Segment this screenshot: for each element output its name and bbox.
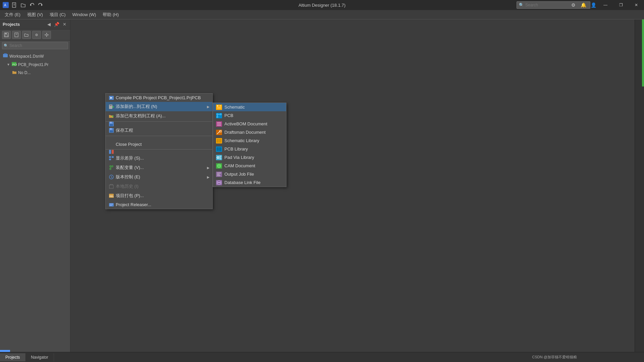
- user-icon[interactable]: 👤: [590, 1, 597, 9]
- tree-workspace[interactable]: Workspace1.DsnW: [0, 52, 70, 60]
- svg-point-85: [218, 157, 218, 158]
- open-file-icon[interactable]: [19, 1, 27, 9]
- ctx-sep3: [106, 149, 212, 149]
- scrollbar-indicator[interactable]: [0, 350, 10, 352]
- sub-activebom-label: ActiveBOM Document: [224, 121, 267, 126]
- maximize-button[interactable]: ❐: [613, 0, 629, 10]
- svg-rect-77: [218, 139, 220, 143]
- notifications-icon[interactable]: 🔔: [580, 1, 587, 9]
- right-area: Compile PCB Project PCB_Project1.PrjPCB …: [70, 19, 644, 352]
- sub-schematic-library[interactable]: Schematic Library: [213, 136, 286, 145]
- sub-pcb[interactable]: PCB: [213, 111, 286, 120]
- sub-output-job[interactable]: Output Job File: [213, 170, 286, 178]
- window-controls: — ❐ ✕: [598, 0, 644, 10]
- ctx-add-new[interactable]: 添加新的...到工程 (N) ▶: [106, 102, 212, 111]
- sub-cam-document-label: CAM Document: [224, 163, 255, 168]
- database-link-icon: [216, 180, 222, 186]
- tree-project[interactable]: ▼ PCB PCB_Project1.Pr: [0, 60, 70, 69]
- settings-toolbar-button[interactable]: [42, 31, 51, 39]
- add-existing-icon: [108, 113, 114, 119]
- ctx-browse-label: Close Project: [116, 142, 142, 147]
- save-toolbar-button[interactable]: [2, 31, 11, 39]
- ctx-project-releaser[interactable]: REL 项目打包 (P)...: [106, 191, 212, 200]
- settings-icon[interactable]: ⚙: [570, 1, 577, 9]
- panel-close-icon[interactable]: ✕: [62, 21, 67, 27]
- sub-schematic[interactable]: Schematic: [213, 103, 286, 111]
- svg-rect-55: [110, 204, 113, 204]
- svg-text:A: A: [4, 3, 6, 7]
- ctx-version-control[interactable]: 装配变量 (V)... ▶: [106, 163, 212, 172]
- project-icon: PCB: [11, 61, 17, 68]
- tab-navigator[interactable]: Navigator: [25, 353, 54, 361]
- ctx-show-diff[interactable]: [106, 150, 212, 154]
- title-search-icon: 🔍: [519, 3, 524, 7]
- panel-toolbar: [0, 29, 70, 41]
- ctx-config-variants-label: 显示差异 (S)...: [116, 155, 144, 161]
- schematic-library-icon: [216, 138, 222, 144]
- svg-rect-81: [218, 147, 220, 151]
- tree-no-doc[interactable]: No D...: [0, 69, 70, 76]
- sub-draftsman-label: Draftsman Document: [224, 130, 266, 135]
- ctx-add-existing[interactable]: 添加已有文档到工程 (A)...: [106, 111, 212, 121]
- svg-rect-56: [110, 205, 112, 206]
- svg-line-47: [110, 167, 112, 168]
- sub-database-link-label: Database Link File: [224, 180, 261, 185]
- status-text: CSDN @加菲猫不爱啃猫粮: [532, 355, 577, 360]
- panel-pin-icon[interactable]: 📌: [53, 21, 60, 27]
- sub-draftsman[interactable]: Draftsman Document: [213, 128, 286, 136]
- undo-icon[interactable]: [28, 1, 36, 9]
- minimize-button[interactable]: —: [598, 0, 613, 10]
- ctx-local-history[interactable]: 版本控制 (E) ▶: [106, 172, 212, 182]
- ctx-close-project[interactable]: [106, 137, 212, 140]
- close-button[interactable]: ✕: [629, 0, 644, 10]
- ctx-version-control-label: 装配变量 (V)...: [116, 165, 144, 171]
- ctx-config-variants[interactable]: 显示差异 (S)...: [106, 154, 212, 163]
- output-job-icon: [216, 171, 222, 177]
- panel-title: Projects: [3, 22, 20, 27]
- menu-help[interactable]: 帮助 (H): [99, 10, 122, 19]
- workspace-icon: [3, 53, 8, 59]
- main-area: Projects ◀ 📌 ✕ 🔍: [0, 19, 644, 352]
- ctx-compile-label: Compile PCB Project PCB_Project1.PrjPCB: [116, 95, 201, 100]
- sub-activebom[interactable]: ActiveBOM Document: [213, 120, 286, 128]
- svg-rect-9: [5, 35, 8, 37]
- svg-rect-51: [109, 185, 113, 188]
- redo-icon[interactable]: [37, 1, 44, 9]
- version-control-icon: [108, 165, 114, 171]
- sub-pcb-library[interactable]: PCB Library: [213, 145, 286, 153]
- tab-projects[interactable]: Projects: [0, 353, 25, 361]
- ctx-project-pack: 本地历史 (I): [106, 182, 212, 191]
- ctx-sep2: [106, 136, 212, 136]
- svg-rect-37: [110, 130, 113, 132]
- ctx-browse[interactable]: Close Project: [106, 140, 212, 148]
- ctx-save-project-as[interactable]: 保存工程: [106, 126, 212, 135]
- new-file-icon[interactable]: [11, 1, 18, 9]
- sub-database-link[interactable]: Database Link File: [213, 178, 286, 187]
- app-icon: A: [2, 1, 9, 9]
- sub-pad-via-library[interactable]: Pad Via Library: [213, 153, 286, 162]
- pcb-library-icon: [216, 146, 222, 152]
- panel-collapse-icon[interactable]: ◀: [46, 21, 52, 27]
- schematic-icon: [216, 104, 222, 110]
- ctx-sep1: [106, 121, 212, 122]
- ctx-project-options[interactable]: Project Releaser...: [106, 200, 212, 209]
- sub-cam-document[interactable]: CAM Document: [213, 162, 286, 170]
- pcb-icon: [216, 113, 222, 119]
- new-doc-toolbar-button[interactable]: [12, 31, 21, 39]
- svg-rect-40: [109, 156, 111, 158]
- title-bar: A Altium Designer (18.1.7) 🔍 — ❐ ✕ ⚙ 🔔 👤: [0, 0, 644, 10]
- panel-search-input[interactable]: [9, 43, 56, 48]
- panel-header: Projects ◀ 📌 ✕: [0, 19, 70, 29]
- panel-search-bar[interactable]: 🔍: [2, 42, 68, 49]
- ctx-compile[interactable]: Compile PCB Project PCB_Project1.PrjPCB: [106, 94, 212, 102]
- menu-file[interactable]: 文件 (E): [1, 10, 24, 19]
- config-toolbar-button[interactable]: [32, 31, 41, 39]
- ctx-save-project[interactable]: [106, 122, 212, 126]
- project-tree: Workspace1.DsnW ▼ PCB PCB_Project1.Pr No…: [0, 51, 70, 352]
- menu-view[interactable]: 视图 (V): [24, 10, 46, 19]
- sub-pcb-library-label: PCB Library: [224, 146, 248, 152]
- open-toolbar-button[interactable]: [22, 31, 31, 39]
- svg-rect-54: [109, 203, 114, 206]
- menu-window[interactable]: Window (W): [69, 11, 100, 18]
- menu-project[interactable]: 项目 (C): [46, 10, 69, 19]
